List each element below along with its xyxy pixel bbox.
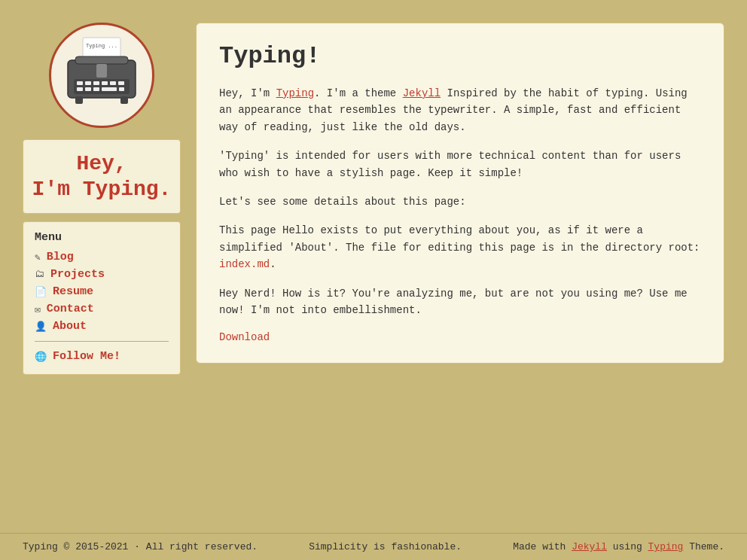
footer-left: Typing © 2015-2021 · All right reserved. [23, 541, 258, 552]
globe-icon: 🌐 [35, 351, 47, 363]
nav-item-resume: 📄 Resume [35, 283, 169, 300]
nav-label: Menu [35, 231, 169, 244]
typing-link[interactable]: Typing [276, 87, 314, 99]
nav-divider [35, 341, 169, 342]
svg-rect-13 [102, 87, 117, 91]
logo-inner: Typing ... [60, 34, 143, 117]
index-md-code: index.md [219, 258, 270, 270]
sidebar: Typing ... [23, 23, 181, 518]
download-link[interactable]: Download [219, 331, 270, 343]
intro-paragraph: Hey, I'm Typing. I'm a theme Jekyll Insp… [219, 85, 701, 135]
nav-link-about[interactable]: About [53, 320, 87, 333]
nav-link-blog[interactable]: Blog [47, 251, 74, 263]
jekyll-footer-link[interactable]: Jekyll [572, 541, 607, 552]
document-icon: 📄 [35, 286, 47, 298]
page-wrapper: Typing ... [0, 0, 747, 560]
svg-rect-16 [96, 64, 107, 78]
svg-rect-12 [93, 87, 99, 91]
nav-item-contact: ✉ Contact [35, 300, 169, 318]
svg-rect-5 [85, 81, 91, 85]
main-content: Typing ... [0, 0, 747, 533]
svg-rect-14 [119, 87, 124, 91]
para-2: 'Typing' is intended for users with more… [219, 148, 701, 181]
follow-link[interactable]: Follow Me! [53, 350, 120, 363]
typing-footer-link[interactable]: Typing [648, 541, 684, 552]
svg-rect-11 [85, 87, 91, 91]
page-title: Typing! [219, 42, 701, 70]
typewriter-icon: Typing ... [60, 34, 143, 117]
svg-rect-4 [77, 81, 83, 85]
svg-rect-6 [93, 81, 99, 85]
svg-rect-18 [120, 96, 128, 104]
content-area: Typing! Hey, I'm Typing. I'm a theme Jek… [196, 23, 724, 518]
jekyll-link-1[interactable]: Jekyll [403, 87, 441, 99]
footer-right: Made with Jekyll using Typing Theme. [513, 541, 724, 552]
logo-circle: Typing ... [49, 23, 154, 128]
para-3: Let's see some details about this page: [219, 193, 701, 210]
nav-link-resume[interactable]: Resume [53, 285, 93, 298]
edit-icon: ✎ [35, 251, 41, 263]
envelope-icon: ✉ [35, 303, 41, 315]
nav-box: Menu ✎ Blog 🗂 Projects 📄 Resume ✉ Contac… [23, 221, 181, 375]
svg-text:Typing ...: Typing ... [86, 43, 117, 49]
site-title-box: Hey, I'm Typing. [23, 139, 181, 214]
footer: Typing © 2015-2021 · All right reserved.… [0, 533, 747, 560]
nav-link-projects[interactable]: Projects [50, 268, 105, 281]
svg-rect-17 [75, 96, 83, 104]
nav-item-projects: 🗂 Projects [35, 266, 169, 283]
svg-rect-15 [75, 56, 128, 64]
footer-center: Simplicity is fashionable. [309, 541, 462, 552]
content-box: Typing! Hey, I'm Typing. I'm a theme Jek… [196, 23, 724, 364]
person-icon: 👤 [35, 321, 47, 333]
para-4: This page Hello exists to put everything… [219, 222, 701, 272]
nav-link-contact[interactable]: Contact [47, 303, 94, 315]
svg-rect-9 [118, 81, 124, 85]
site-title: Hey, I'm Typing. [31, 151, 172, 202]
svg-rect-10 [77, 87, 83, 91]
nav-item-about: 👤 About [35, 318, 169, 335]
svg-rect-7 [102, 81, 108, 85]
nav-item-blog: ✎ Blog [35, 248, 169, 266]
folder-icon: 🗂 [35, 269, 44, 280]
svg-rect-8 [110, 81, 116, 85]
follow-item: 🌐 Follow Me! [35, 348, 169, 365]
para-5: Hey Nerd! How is it? You're analyzing me… [219, 285, 701, 319]
